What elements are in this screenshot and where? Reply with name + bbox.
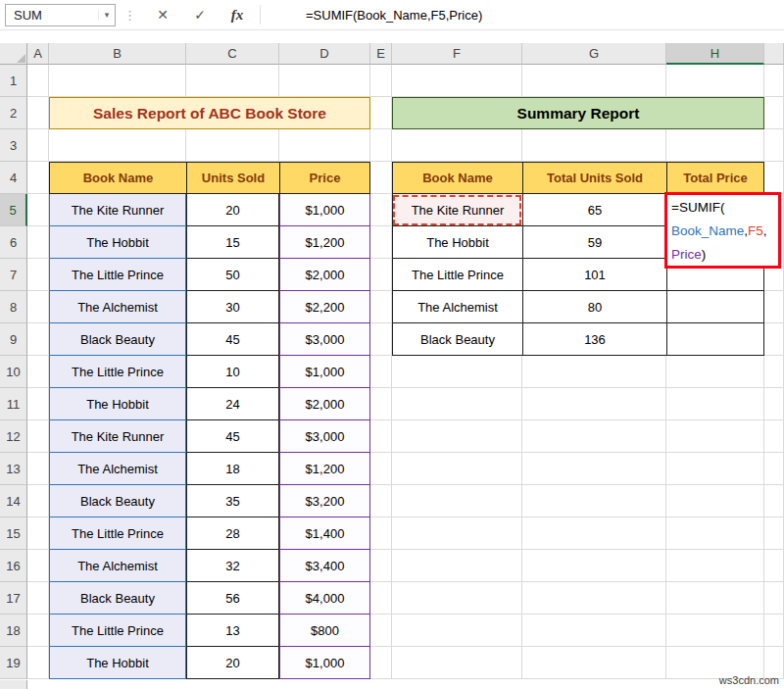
empty-cell[interactable] xyxy=(27,259,49,291)
empty-cell[interactable] xyxy=(370,65,392,97)
empty-cell[interactable] xyxy=(27,323,49,356)
row-header-15[interactable]: 15 xyxy=(0,517,27,550)
empty-cell[interactable] xyxy=(522,550,666,582)
left-units-sold-cell[interactable]: 20 xyxy=(186,647,279,679)
empty-cell[interactable] xyxy=(370,291,392,323)
left-price-cell[interactable]: $3,400 xyxy=(279,550,370,582)
empty-cell[interactable] xyxy=(522,517,666,550)
column-header-a[interactable]: A xyxy=(27,43,49,65)
empty-cell[interactable] xyxy=(27,485,49,517)
empty-cell[interactable] xyxy=(764,453,784,485)
left-units-sold-cell[interactable]: 50 xyxy=(186,259,279,291)
empty-cell[interactable] xyxy=(49,129,186,162)
empty-cell[interactable] xyxy=(392,615,522,647)
left-book-name-cell[interactable]: The Alchemist xyxy=(49,453,186,485)
row-header-8[interactable]: 8 xyxy=(0,291,27,323)
empty-cell[interactable] xyxy=(764,129,784,162)
left-price-cell[interactable]: $1,000 xyxy=(279,647,370,679)
left-book-name-cell[interactable]: The Little Prince xyxy=(49,517,186,550)
empty-cell[interactable] xyxy=(27,226,49,259)
empty-cell[interactable] xyxy=(666,356,764,388)
empty-cell[interactable] xyxy=(370,582,392,615)
row-header-3[interactable]: 3 xyxy=(0,129,27,162)
row-header-6[interactable]: 6 xyxy=(0,226,27,259)
row-header-19[interactable]: 19 xyxy=(0,647,27,679)
empty-cell[interactable] xyxy=(370,647,392,679)
empty-cell[interactable] xyxy=(666,550,764,582)
empty-cell[interactable] xyxy=(666,485,764,517)
summary-total-price-cell[interactable] xyxy=(666,323,764,356)
left-units-sold-cell[interactable]: 45 xyxy=(186,323,279,356)
row-header-5[interactable]: 5 xyxy=(0,194,27,226)
empty-cell[interactable] xyxy=(27,356,49,388)
left-book-name-cell[interactable]: The Little Prince xyxy=(49,356,186,388)
empty-cell[interactable] xyxy=(27,65,49,97)
empty-cell[interactable] xyxy=(279,129,370,162)
left-book-name-cell[interactable]: The Kite Runner xyxy=(49,420,186,453)
column-header-h[interactable]: H xyxy=(666,43,764,65)
empty-cell[interactable] xyxy=(370,485,392,517)
column-header-b[interactable]: B xyxy=(49,43,186,65)
summary-total-units-cell[interactable]: 80 xyxy=(522,291,666,323)
summary-book-name-cell[interactable]: The Kite Runner xyxy=(392,194,522,226)
summary-book-name-cell[interactable]: The Little Prince xyxy=(392,259,522,291)
left-price-cell[interactable]: $800 xyxy=(279,615,370,647)
empty-cell[interactable] xyxy=(764,356,784,388)
empty-cell[interactable] xyxy=(666,420,764,453)
empty-cell[interactable] xyxy=(392,65,522,97)
empty-cell[interactable] xyxy=(27,97,49,129)
left-price-cell[interactable]: $4,000 xyxy=(279,582,370,615)
empty-cell[interactable] xyxy=(279,65,370,97)
name-box[interactable]: SUM ▾ xyxy=(5,4,116,26)
empty-cell[interactable] xyxy=(522,615,666,647)
empty-cell[interactable] xyxy=(666,615,764,647)
row-header-12[interactable]: 12 xyxy=(0,420,27,453)
column-header-f[interactable]: F xyxy=(392,43,522,65)
empty-cell[interactable] xyxy=(392,420,522,453)
column-header-e[interactable]: E xyxy=(370,43,392,65)
summary-report-title-cell[interactable]: Summary Report xyxy=(392,97,764,129)
formula-bar-input[interactable]: =SUMIF(Book_Name,F5,Price) xyxy=(261,8,482,23)
empty-cell[interactable] xyxy=(666,65,764,97)
empty-cell[interactable] xyxy=(186,129,279,162)
insert-function-fx-icon[interactable]: fx xyxy=(219,0,256,30)
select-all-button[interactable] xyxy=(0,43,27,65)
empty-cell[interactable] xyxy=(27,453,49,485)
summary-book-name-cell[interactable]: The Hobbit xyxy=(392,226,522,259)
empty-cell[interactable] xyxy=(392,356,522,388)
column-header-d[interactable]: D xyxy=(279,43,370,65)
empty-cell[interactable] xyxy=(27,550,49,582)
empty-cell[interactable] xyxy=(764,97,784,129)
empty-cell[interactable] xyxy=(27,194,49,226)
left-book-name-cell[interactable]: The Little Prince xyxy=(49,615,186,647)
empty-cell[interactable] xyxy=(522,388,666,420)
empty-cell[interactable] xyxy=(27,615,49,647)
row-header-13[interactable]: 13 xyxy=(0,453,27,485)
left-table-header-cell[interactable]: Book Name xyxy=(49,162,186,194)
empty-cell[interactable] xyxy=(764,485,784,517)
empty-cell[interactable] xyxy=(764,615,784,647)
empty-cell[interactable] xyxy=(666,517,764,550)
left-price-cell[interactable]: $2,200 xyxy=(279,291,370,323)
row-header-4[interactable]: 4 xyxy=(0,162,27,194)
summary-total-units-cell[interactable]: 59 xyxy=(522,226,666,259)
empty-cell[interactable] xyxy=(27,129,49,162)
empty-cell[interactable] xyxy=(27,517,49,550)
empty-cell[interactable] xyxy=(764,550,784,582)
left-units-sold-cell[interactable]: 28 xyxy=(186,517,279,550)
empty-cell[interactable] xyxy=(764,323,784,356)
left-units-sold-cell[interactable]: 15 xyxy=(186,226,279,259)
left-book-name-cell[interactable]: The Alchemist xyxy=(49,291,186,323)
empty-cell[interactable] xyxy=(392,582,522,615)
row-header-14[interactable]: 14 xyxy=(0,485,27,517)
summary-total-units-cell[interactable]: 65 xyxy=(522,194,666,226)
empty-cell[interactable] xyxy=(370,550,392,582)
empty-cell[interactable] xyxy=(522,356,666,388)
empty-cell[interactable] xyxy=(27,291,49,323)
left-book-name-cell[interactable]: Black Beauty xyxy=(49,582,186,615)
left-units-sold-cell[interactable]: 32 xyxy=(186,550,279,582)
empty-cell[interactable] xyxy=(764,162,784,194)
empty-cell[interactable] xyxy=(27,162,49,194)
empty-cell[interactable] xyxy=(392,485,522,517)
summary-book-name-cell[interactable]: Black Beauty xyxy=(392,323,522,356)
